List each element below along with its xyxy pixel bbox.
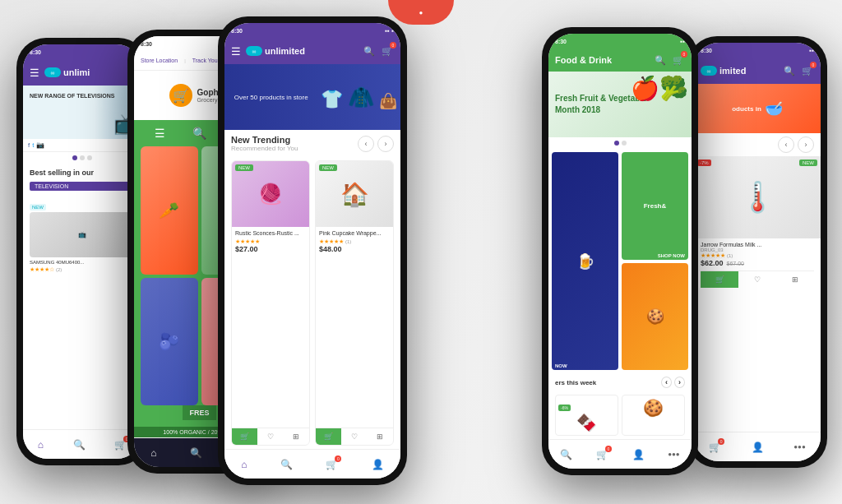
phone-4-nav-search[interactable]: 🔍 xyxy=(560,449,572,460)
phone-5-wishlist[interactable]: ♡ xyxy=(738,271,776,288)
phone-5-logo: ∞ imited xyxy=(701,66,746,76)
phone-4-bestsellers-arrows: ers this week ‹ › xyxy=(555,377,685,388)
phone-3: 8:30 ▪▪ ▪ ☰ ∞ unlimited 🔍 🛒0 Over 50 xyxy=(218,16,407,485)
phone-3-card2-share[interactable]: ⊞ xyxy=(368,428,393,445)
phone-3-card1-badge: NEW xyxy=(235,164,253,171)
phone-1-time: 8:30 xyxy=(30,49,41,55)
phone-4-prev[interactable]: ‹ xyxy=(661,377,672,388)
phone-3-logo: ∞ unlimited xyxy=(246,46,305,56)
phone-5-add-cart[interactable]: 🛒 xyxy=(701,271,738,288)
phone-2-menu[interactable]: ☰ xyxy=(155,127,165,140)
phone-4-next[interactable]: › xyxy=(674,377,685,388)
phone-2-nav-search[interactable]: 🔍 xyxy=(190,447,202,459)
phone-1-social: f t 📷 xyxy=(23,139,141,152)
phone-1-product-img: 📺 xyxy=(30,212,135,257)
phone-3-arrows: ‹ › xyxy=(358,136,394,152)
phone-5-banner-text: oducts in xyxy=(732,105,761,113)
phone-5-cart-badge: 0 xyxy=(810,62,817,68)
phone-3-card2-reviews: (1) xyxy=(345,239,351,244)
phone-5-search[interactable]: 🔍 xyxy=(783,64,796,77)
phone-2-search[interactable]: 🔍 xyxy=(192,127,206,140)
phone-4-cart-badge: 0 xyxy=(681,51,687,58)
phone-3-menu[interactable]: ☰ xyxy=(231,45,241,58)
phone-3-card1-emoji: 🧶 xyxy=(258,183,283,206)
phone-4-title: Food & Drink xyxy=(555,55,649,65)
phone-3-prev-arrow[interactable]: ‹ xyxy=(358,136,374,152)
phone-2-store-location[interactable]: Store Location xyxy=(141,58,178,63)
phone-5-discount: -7% xyxy=(697,160,711,166)
phone-1-product-label: NEW xyxy=(30,204,46,210)
phone-4-product-1: -6% 🍫 xyxy=(555,395,618,436)
phone-1-dots xyxy=(23,152,141,164)
phone-3-card2-actions: 🛒 ♡ ⊞ xyxy=(316,428,393,445)
phone-5-prev[interactable]: ‹ xyxy=(778,136,794,153)
phone-1-nav-search[interactable]: 🔍 xyxy=(73,439,86,451)
phone-4-shop-grid: 🍺 NOW Fresh& SHOP NOW 🍪 xyxy=(548,149,692,373)
phone-4-snacks[interactable]: 🍪 xyxy=(622,263,688,371)
phone-3-nav-search[interactable]: 🔍 xyxy=(280,459,293,470)
phone-5-share[interactable]: ⊞ xyxy=(776,271,814,288)
phone-5-signal: ▪▪ xyxy=(809,47,814,54)
phone-4-fruit-subtitle: Month 2018 xyxy=(555,104,647,116)
phone-3-card1-actions: 🛒 ♡ ⊞ xyxy=(232,428,309,445)
phone-3-next-arrow[interactable]: › xyxy=(377,136,394,152)
phone-3-card2-wishlist[interactable]: ♡ xyxy=(341,428,367,445)
phone-1-logo: ∞ unlimi xyxy=(44,67,90,77)
phone-2-divider: | xyxy=(184,58,186,63)
phone-5-nav-cart[interactable]: 🛒0 xyxy=(709,442,721,453)
phone-2-nav-home[interactable]: ⌂ xyxy=(150,447,156,459)
phone-1-stars: ★★★★☆ xyxy=(30,266,54,273)
phone-3-nav-cart[interactable]: 🛒0 xyxy=(326,459,338,470)
phone-3-hero-products: 👕 🧥 👜 xyxy=(321,85,397,110)
phone-3-card1-share[interactable]: ⊞ xyxy=(284,428,309,445)
phone-1-hero: NEW RANGE OF TELEVISIONS 📺 xyxy=(23,86,141,139)
food-cell-3: 🫐 xyxy=(141,278,198,406)
phone-1-inner: 8:30 ▪▪ ☰ ∞ unlimi NEW RANGE OF TELEVISI… xyxy=(23,44,141,459)
phone-3-nav-user[interactable]: 👤 xyxy=(372,459,384,470)
phone-4-drinks[interactable]: 🍺 NOW xyxy=(552,152,618,370)
phone-5-cart[interactable]: 🛒0 xyxy=(801,64,814,77)
phone-3-card1-img: NEW 🧶 xyxy=(232,161,309,227)
phone-1-section-title: Best selling in our xyxy=(23,164,141,178)
phone-1-nav-home[interactable]: ⌂ xyxy=(38,439,44,451)
phone-5-nav-cart-badge: 0 xyxy=(718,438,724,445)
phone-3-trending-titles: New Trending Recommended for You xyxy=(231,135,298,152)
phone-3-card1-body: Rustic Sconces-Rustic ... ★★★★★ $27.00 xyxy=(232,227,309,428)
phone-1-nav-cart[interactable]: 🛒0 xyxy=(114,439,127,451)
phone-4-fresh[interactable]: Fresh& SHOP NOW xyxy=(622,152,688,260)
phone-3-card1-add-cart[interactable]: 🛒 xyxy=(232,428,257,445)
phone-3-trending-title: New Trending xyxy=(231,135,298,145)
phone-4-search[interactable]: 🔍 xyxy=(654,53,667,67)
phone-3-time: 8:30 xyxy=(231,28,243,34)
phone-3-hero-hoodie: 🧥 xyxy=(348,85,374,110)
phone-3-product-cards: NEW 🧶 Rustic Sconces-Rustic ... ★★★★★ $2… xyxy=(224,157,400,449)
phone-4-bestsellers-text: ers this week xyxy=(555,379,596,386)
phone-4-nav-user[interactable]: 👤 xyxy=(632,449,645,460)
phone-3-card1-wishlist[interactable]: ♡ xyxy=(257,428,283,445)
phone-3-card2-add-cart[interactable]: 🛒 xyxy=(316,428,341,445)
phone-4-discount: -6% xyxy=(558,405,571,411)
phone-4-dot-1 xyxy=(614,141,619,146)
phone-1-bottom-nav: ⌂ 🔍 🛒0 xyxy=(23,429,141,459)
phone-5-time: 8:30 xyxy=(701,48,712,53)
phone-3-nav-home[interactable]: ⌂ xyxy=(241,459,247,470)
phone-4-shop-now[interactable]: SHOP NOW xyxy=(658,253,685,258)
phone-3-card2-name: Pink Cupcake Wrappe... xyxy=(319,230,390,236)
phone-1-logo-text: unlimi xyxy=(63,67,90,77)
phone-1-menu-icon[interactable]: ☰ xyxy=(30,67,39,79)
phone-4-cart[interactable]: 🛒0 xyxy=(672,53,685,67)
phone-3-card1-stars: ★★★★★ xyxy=(235,238,306,245)
phone-3-hero-text: Over 50 products in store xyxy=(228,87,315,108)
phone-5-product-emoji: 🌡️ xyxy=(739,180,776,215)
phone-4-signal: ▪▪ xyxy=(680,38,685,45)
phone-3-cart-icon[interactable]: 🛒0 xyxy=(381,44,394,58)
phone-4-nav-cart[interactable]: 🛒0 xyxy=(596,449,608,460)
phone-5: 8:30 ▪▪ ∞ imited 🔍 🛒0 oducts in 🥣 xyxy=(687,36,827,468)
phone-5-nav-user[interactable]: 👤 xyxy=(752,442,764,453)
phone-1-category[interactable]: TELEVISION xyxy=(30,182,135,191)
dot-1 xyxy=(72,155,77,160)
phone-3-search-icon[interactable]: 🔍 xyxy=(363,44,376,58)
phone-5-product-img: -7% NEW 🌡️ xyxy=(694,156,821,238)
phone-5-next[interactable]: › xyxy=(798,136,814,153)
phone-4-nav-dots: ●●● xyxy=(668,451,680,458)
